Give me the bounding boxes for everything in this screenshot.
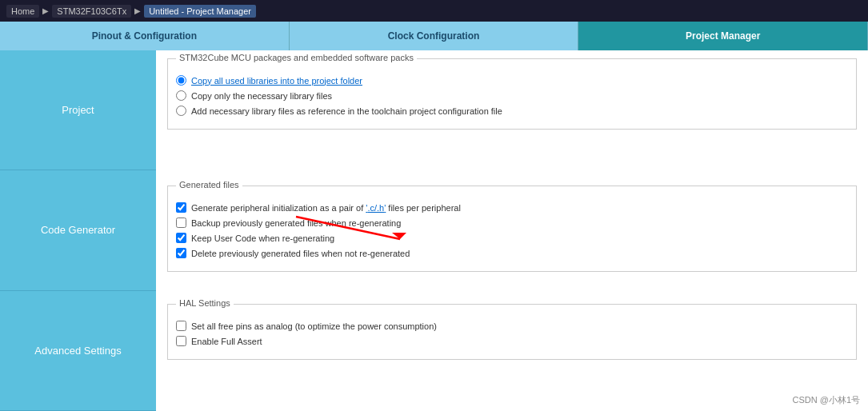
gen-check-4[interactable] xyxy=(176,248,186,258)
tab-bar: Pinout & Configuration Clock Configurati… xyxy=(0,22,868,50)
breadcrumb-sep1: ▶ xyxy=(42,6,49,15)
gen-label-3: Keep User Code when re-generating xyxy=(191,233,334,243)
gen-option-2: Backup previously generated files when r… xyxy=(176,217,848,228)
breadcrumb-home[interactable]: Home xyxy=(6,5,39,18)
main-layout: Project Code Generator Advanced Settings… xyxy=(0,50,868,411)
mcu-label-1: Copy all used libraries into the project… xyxy=(191,76,362,86)
mcu-radio-1[interactable] xyxy=(176,75,186,86)
breadcrumb-project[interactable]: Untitled - Project Manager xyxy=(144,5,256,18)
gen-option-1: Generate peripheral initialization as a … xyxy=(176,202,848,213)
sidebar-item-advanced-settings[interactable]: Advanced Settings xyxy=(0,291,156,411)
mcu-section-title: STM32Cube MCU packages and embedded soft… xyxy=(176,53,417,62)
gen-check-3[interactable] xyxy=(176,233,186,243)
mcu-option-2: Copy only the necessary library files xyxy=(176,90,848,101)
gen-label-4: Delete previously generated files when n… xyxy=(191,249,410,258)
generated-files-title: Generated files xyxy=(176,180,242,190)
mcu-option-1: Copy all used libraries into the project… xyxy=(176,75,848,86)
mcu-section: STM32Cube MCU packages and embedded soft… xyxy=(167,58,857,130)
mcu-section-content: Copy all used libraries into the project… xyxy=(168,64,856,129)
gen-check-2[interactable] xyxy=(176,217,186,228)
sidebar-item-project[interactable]: Project xyxy=(0,50,156,170)
mcu-option-3: Add necessary library files as reference… xyxy=(176,106,848,116)
gen-option-4: Delete previously generated files when n… xyxy=(176,248,848,258)
generated-files-section: Generated files Generate peripheral init… xyxy=(167,186,857,272)
gen-label-2: Backup previously generated files when r… xyxy=(191,218,401,228)
mcu-radio-3[interactable] xyxy=(176,106,186,116)
sidebar-item-code-generator[interactable]: Code Generator xyxy=(0,170,156,290)
mcu-label-2: Copy only the necessary library files xyxy=(191,91,332,101)
gen-label-1: Generate peripheral initialization as a … xyxy=(191,203,461,213)
tab-clock[interactable]: Clock Configuration xyxy=(290,22,579,50)
hal-check-2[interactable] xyxy=(176,336,186,346)
breadcrumb-chip[interactable]: STM32F103C6Tx xyxy=(52,5,131,18)
hal-label-1: Set all free pins as analog (to optimize… xyxy=(191,321,437,331)
hal-section: HAL Settings Set all free pins as analog… xyxy=(167,304,857,360)
tab-project-manager[interactable]: Project Manager xyxy=(578,22,868,50)
mcu-radio-2[interactable] xyxy=(176,90,186,101)
hal-option-1: Set all free pins as analog (to optimize… xyxy=(176,321,848,331)
content-area: STM32Cube MCU packages and embedded soft… xyxy=(156,50,868,411)
gen-check-1[interactable] xyxy=(176,202,186,213)
hal-section-content: Set all free pins as analog (to optimize… xyxy=(168,309,856,359)
breadcrumb-sep2: ▶ xyxy=(134,6,141,15)
mcu-label-3: Add necessary library files as reference… xyxy=(191,106,502,116)
sidebar: Project Code Generator Advanced Settings xyxy=(0,50,156,411)
gen-option-3: Keep User Code when re-generating xyxy=(176,233,848,243)
hal-label-2: Enable Full Assert xyxy=(191,337,262,346)
tab-pinout[interactable]: Pinout & Configuration xyxy=(0,22,290,50)
hal-option-2: Enable Full Assert xyxy=(176,336,848,346)
watermark: CSDN @小林1号 xyxy=(792,394,860,406)
breadcrumb-bar: Home ▶ STM32F103C6Tx ▶ Untitled - Projec… xyxy=(0,0,868,22)
generated-files-content: Generate peripheral initialization as a … xyxy=(168,191,856,271)
hal-check-1[interactable] xyxy=(176,321,186,331)
hal-section-title: HAL Settings xyxy=(176,298,234,308)
